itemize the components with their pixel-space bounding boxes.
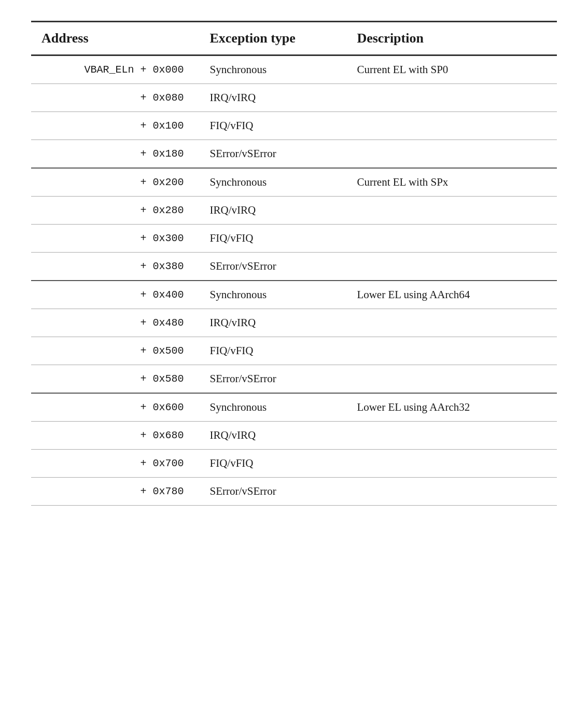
cell-address: + 0x380 (31, 253, 199, 281)
cell-address: + 0x480 (31, 309, 199, 337)
cell-description (346, 112, 557, 140)
cell-address: + 0x280 (31, 197, 199, 225)
cell-description: Lower EL using AArch32 (346, 393, 557, 422)
main-table-container: Address Exception type Description VBAR_… (31, 21, 557, 506)
cell-exception: SError/vSError (199, 365, 346, 394)
cell-description (346, 450, 557, 478)
table-row: + 0x100FIQ/vFIQ (31, 112, 557, 140)
cell-exception: SError/vSError (199, 253, 346, 281)
cell-exception: IRQ/vIRQ (199, 197, 346, 225)
table-row: + 0x580SError/vSError (31, 365, 557, 394)
cell-description (346, 365, 557, 394)
table-row: + 0x600SynchronousLower EL using AArch32 (31, 393, 557, 422)
cell-address: + 0x400 (31, 281, 199, 309)
cell-description (346, 478, 557, 506)
cell-description (346, 140, 557, 169)
cell-address: + 0x680 (31, 422, 199, 450)
exception-table: Address Exception type Description VBAR_… (31, 21, 557, 506)
table-row: + 0x400SynchronousLower EL using AArch64 (31, 281, 557, 309)
cell-exception: SError/vSError (199, 140, 346, 169)
cell-exception: FIQ/vFIQ (199, 225, 346, 253)
table-row: + 0x180SError/vSError (31, 140, 557, 169)
cell-description (346, 84, 557, 112)
cell-exception: FIQ/vFIQ (199, 112, 346, 140)
table-row: VBAR_ELn + 0x000SynchronousCurrent EL wi… (31, 55, 557, 84)
cell-address: VBAR_ELn + 0x000 (31, 55, 199, 84)
cell-description: Current EL with SP0 (346, 55, 557, 84)
cell-exception: FIQ/vFIQ (199, 337, 346, 365)
table-row: + 0x700FIQ/vFIQ (31, 450, 557, 478)
cell-address: + 0x100 (31, 112, 199, 140)
cell-exception: Synchronous (199, 281, 346, 309)
cell-exception: IRQ/vIRQ (199, 84, 346, 112)
table-row: + 0x780SError/vSError (31, 478, 557, 506)
header-exception-type: Exception type (199, 22, 346, 55)
cell-description (346, 337, 557, 365)
cell-address: + 0x580 (31, 365, 199, 394)
cell-exception: Synchronous (199, 55, 346, 84)
table-row: + 0x200SynchronousCurrent EL with SPx (31, 168, 557, 197)
cell-description (346, 422, 557, 450)
cell-address: + 0x780 (31, 478, 199, 506)
cell-description: Lower EL using AArch64 (346, 281, 557, 309)
cell-exception: IRQ/vIRQ (199, 422, 346, 450)
header-address: Address (31, 22, 199, 55)
cell-address: + 0x700 (31, 450, 199, 478)
table-row: + 0x480IRQ/vIRQ (31, 309, 557, 337)
table-row: + 0x280IRQ/vIRQ (31, 197, 557, 225)
cell-description (346, 253, 557, 281)
cell-exception: Synchronous (199, 168, 346, 197)
cell-exception: IRQ/vIRQ (199, 309, 346, 337)
cell-address: + 0x300 (31, 225, 199, 253)
cell-description: Current EL with SPx (346, 168, 557, 197)
cell-address: + 0x600 (31, 393, 199, 422)
cell-address: + 0x080 (31, 84, 199, 112)
cell-description (346, 309, 557, 337)
cell-address: + 0x200 (31, 168, 199, 197)
table-row: + 0x680IRQ/vIRQ (31, 422, 557, 450)
cell-exception: SError/vSError (199, 478, 346, 506)
header-description: Description (346, 22, 557, 55)
cell-address: + 0x180 (31, 140, 199, 169)
cell-address: + 0x500 (31, 337, 199, 365)
cell-exception: Synchronous (199, 393, 346, 422)
table-header-row: Address Exception type Description (31, 22, 557, 55)
table-row: + 0x380SError/vSError (31, 253, 557, 281)
table-row: + 0x500FIQ/vFIQ (31, 337, 557, 365)
cell-exception: FIQ/vFIQ (199, 450, 346, 478)
table-row: + 0x080IRQ/vIRQ (31, 84, 557, 112)
cell-description (346, 225, 557, 253)
table-row: + 0x300FIQ/vFIQ (31, 225, 557, 253)
cell-description (346, 197, 557, 225)
